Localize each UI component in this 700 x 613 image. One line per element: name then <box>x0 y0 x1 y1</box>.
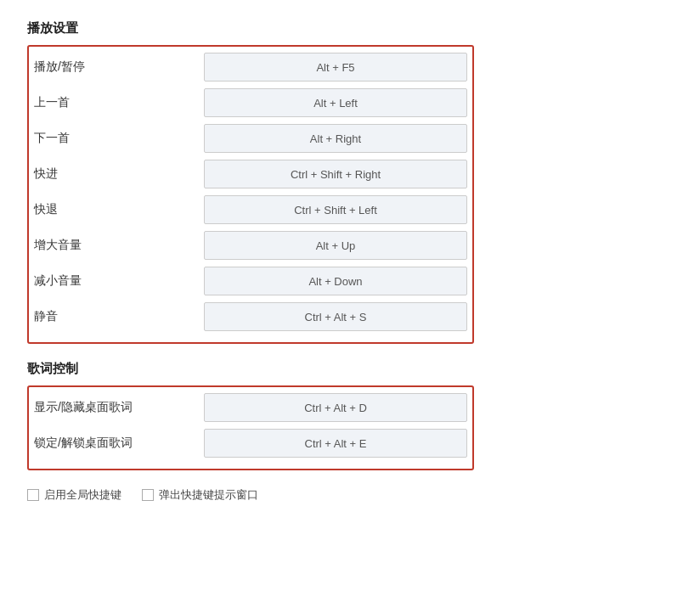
lyrics-row-0: 显示/隐藏桌面歌词 Ctrl + Alt + D <box>34 392 467 423</box>
popup-hint-checkbox-item[interactable]: 弹出快捷键提示窗口 <box>142 487 258 503</box>
lyrics-rows-container: 显示/隐藏桌面歌词 Ctrl + Alt + D 锁定/解锁桌面歌词 Ctrl … <box>34 392 467 458</box>
playback-section-title: 播放设置 <box>27 20 673 37</box>
playback-settings-group: 播放设置 播放/暂停 Alt + F5 上一首 Alt + Left 下一首 A… <box>27 20 673 344</box>
lyrics-highlight-border-box: 显示/隐藏桌面歌词 Ctrl + Alt + D 锁定/解锁桌面歌词 Ctrl … <box>27 385 474 470</box>
playback-shortcut-5[interactable]: Alt + Up <box>204 231 467 260</box>
lyrics-label-0: 显示/隐藏桌面歌词 <box>34 400 204 415</box>
playback-row-3: 快进 Ctrl + Shift + Right <box>34 159 467 189</box>
playback-shortcut-1[interactable]: Alt + Left <box>204 88 467 117</box>
playback-label-4: 快退 <box>34 202 204 217</box>
playback-shortcut-7[interactable]: Ctrl + Alt + S <box>204 302 467 331</box>
playback-row-6: 减小音量 Alt + Down <box>34 266 467 296</box>
playback-row-7: 静音 Ctrl + Alt + S <box>34 301 467 332</box>
lyrics-shortcut-0[interactable]: Ctrl + Alt + D <box>204 393 467 422</box>
playback-row-0: 播放/暂停 Alt + F5 <box>34 52 467 82</box>
lyrics-row-1: 锁定/解锁桌面歌词 Ctrl + Alt + E <box>34 428 467 458</box>
global-hotkey-label: 启用全局快捷键 <box>44 487 121 503</box>
playback-shortcut-4[interactable]: Ctrl + Shift + Left <box>204 195 467 224</box>
lyrics-settings-group: 歌词控制 显示/隐藏桌面歌词 Ctrl + Alt + D 锁定/解锁桌面歌词 … <box>27 361 673 470</box>
playback-rows-container: 播放/暂停 Alt + F5 上一首 Alt + Left 下一首 Alt + … <box>34 52 467 332</box>
playback-shortcut-2[interactable]: Alt + Right <box>204 124 467 153</box>
playback-shortcut-3[interactable]: Ctrl + Shift + Right <box>204 160 467 188</box>
global-hotkey-checkbox-item[interactable]: 启用全局快捷键 <box>27 487 121 503</box>
playback-shortcut-0[interactable]: Alt + F5 <box>204 53 467 82</box>
playback-row-2: 下一首 Alt + Right <box>34 123 467 154</box>
playback-label-5: 增大音量 <box>34 238 204 253</box>
playback-row-4: 快退 Ctrl + Shift + Left <box>34 194 467 225</box>
lyrics-section-title: 歌词控制 <box>27 361 673 377</box>
popup-hint-checkbox[interactable] <box>142 489 154 501</box>
playback-label-6: 减小音量 <box>34 273 204 289</box>
playback-label-3: 快进 <box>34 166 204 182</box>
playback-label-2: 下一首 <box>34 131 204 146</box>
popup-hint-label: 弹出快捷键提示窗口 <box>159 487 258 503</box>
footer-row: 启用全局快捷键 弹出快捷键提示窗口 <box>27 487 673 503</box>
playback-label-7: 静音 <box>34 309 204 324</box>
playback-row-5: 增大音量 Alt + Up <box>34 230 467 261</box>
highlight-border-box: 播放/暂停 Alt + F5 上一首 Alt + Left 下一首 Alt + … <box>27 45 474 344</box>
global-hotkey-checkbox[interactable] <box>27 489 39 501</box>
playback-row-1: 上一首 Alt + Left <box>34 87 467 118</box>
lyrics-shortcut-1[interactable]: Ctrl + Alt + E <box>204 429 467 458</box>
playback-shortcut-6[interactable]: Alt + Down <box>204 267 467 295</box>
lyrics-label-1: 锁定/解锁桌面歌词 <box>34 436 204 451</box>
playback-label-1: 上一首 <box>34 95 204 110</box>
playback-label-0: 播放/暂停 <box>34 59 204 75</box>
